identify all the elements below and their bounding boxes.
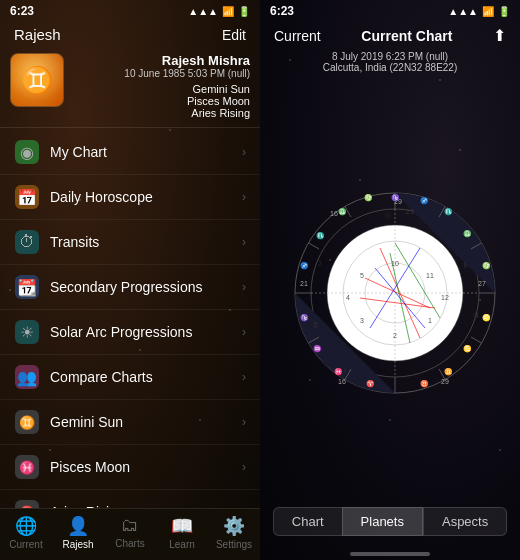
svg-text:♐: ♐ [420, 196, 429, 205]
svg-text:♍: ♍ [364, 193, 373, 202]
profile-signs: Gemini Sun Pisces Moon Aries Rising [72, 83, 250, 119]
solar-arc-label: Solar Arc Progressions [50, 324, 242, 340]
svg-text:29: 29 [406, 207, 415, 216]
clock-icon: ⏱ [19, 233, 35, 251]
chart-icon: ◉ [20, 143, 34, 162]
chevron-icon: › [242, 325, 246, 339]
battery-icon: 🔋 [238, 6, 250, 17]
svg-text:♓: ♓ [334, 367, 343, 376]
svg-text:♎: ♎ [338, 207, 347, 216]
edit-button[interactable]: Edit [222, 27, 246, 43]
gemini-sun-icon: ♊ [14, 409, 40, 435]
svg-line-9 [471, 337, 481, 343]
people-icon: 👥 [17, 368, 37, 387]
icon-bg: ◉ [15, 140, 39, 164]
aries-rising-icon: ♈ [14, 499, 40, 508]
gemini-sun-label: Gemini Sun [50, 414, 242, 430]
svg-text:♉: ♉ [420, 379, 429, 388]
svg-text:♌: ♌ [482, 313, 491, 322]
menu-item-compare-charts[interactable]: 👥 Compare Charts › [0, 355, 260, 400]
menu-item-transits[interactable]: ⏱ Transits › [0, 220, 260, 265]
svg-text:☉: ☉ [384, 211, 391, 220]
my-chart-label: My Chart [50, 144, 242, 160]
svg-line-15 [309, 243, 319, 249]
icon-bg: ⏱ [15, 230, 39, 254]
rajesh-tab-icon: 👤 [67, 515, 89, 537]
daily-horoscope-icon: 📅 [14, 184, 40, 210]
svg-text:♑: ♑ [391, 193, 400, 202]
svg-text:♈: ♈ [366, 379, 375, 388]
tab-rajesh[interactable]: 👤 Rajesh [52, 515, 104, 550]
chevron-icon: › [242, 145, 246, 159]
profile-card: ♊ Rajesh Mishra 10 June 1985 5:03 PM (nu… [0, 47, 260, 125]
learn-tab-icon: 📖 [171, 515, 193, 537]
pisces-icon: ♓ [19, 460, 35, 475]
gemini-symbol: ♊ [21, 65, 53, 96]
svg-text:21: 21 [300, 280, 308, 287]
settings-tab-label: Settings [216, 539, 252, 550]
svg-text:16: 16 [338, 378, 346, 385]
svg-text:♏: ♏ [316, 231, 325, 240]
current-tab-label[interactable]: Current [274, 28, 321, 44]
svg-text:11: 11 [426, 272, 434, 279]
solar-arc-icon: ☀ [14, 319, 40, 345]
gemini-icon: ♊ [19, 415, 35, 430]
signal-icon: ▲▲▲ [188, 6, 218, 17]
left-panel: 6:23 ▲▲▲ 📶 🔋 Rajesh Edit ♊ Rajesh Mishra… [0, 0, 260, 560]
charts-tab-icon: 🗂 [121, 515, 139, 536]
icon-bg: ♊ [15, 410, 39, 434]
icon-bg: 📆 [15, 275, 39, 299]
right-status-icons: ▲▲▲ 📶 🔋 [448, 6, 510, 17]
svg-text:1: 1 [428, 317, 432, 324]
menu-item-gemini-sun[interactable]: ♊ Gemini Sun › [0, 400, 260, 445]
menu-item-aries-rising[interactable]: ♈ Aries Rising › [0, 490, 260, 508]
secondary-progressions-icon: 📆 [14, 274, 40, 300]
left-header: Rajesh Edit [0, 22, 260, 47]
share-icon[interactable]: ⬆ [493, 26, 506, 45]
svg-text:♄: ♄ [462, 261, 469, 270]
right-signal-icon: ▲▲▲ [448, 6, 478, 17]
aspects-button[interactable]: Aspects [423, 507, 507, 536]
svg-text:♊: ♊ [444, 367, 453, 376]
svg-text:♑: ♑ [300, 313, 309, 322]
menu-item-solar-arc-progressions[interactable]: ☀ Solar Arc Progressions › [0, 310, 260, 355]
left-status-bar: 6:23 ▲▲▲ 📶 🔋 [0, 0, 260, 22]
svg-text:29: 29 [441, 378, 449, 385]
menu-item-pisces-moon[interactable]: ♓ Pisces Moon › [0, 445, 260, 490]
menu-item-daily-horoscope[interactable]: 📅 Daily Horoscope › [0, 175, 260, 220]
sun-icon: ☀ [20, 323, 34, 342]
chart-date: 8 July 2019 6:23 PM (null) [260, 51, 520, 62]
svg-text:4: 4 [346, 294, 350, 301]
profile-dob: 10 June 1985 5:03 PM (null) [72, 68, 250, 79]
menu-item-my-chart[interactable]: ◉ My Chart › [0, 130, 260, 175]
tab-current[interactable]: 🌐 Current [0, 515, 52, 550]
chart-location: Calcutta, India (22N32 88E22) [260, 62, 520, 73]
svg-text:3: 3 [360, 317, 364, 324]
daily-horoscope-label: Daily Horoscope [50, 189, 242, 205]
charts-tab-label: Charts [115, 538, 144, 549]
svg-text:♋: ♋ [463, 344, 472, 353]
astrology-wheel-svg: ☉ 29 ♄ ♃ ♂ ♀ ☿ ☽ 29 27 29 16 21 16 10 11… [290, 188, 500, 398]
sign-pisces: Pisces Moon [72, 95, 250, 107]
right-wifi-icon: 📶 [482, 6, 494, 17]
left-status-icons: ▲▲▲ 📶 🔋 [188, 6, 250, 17]
learn-tab-label: Learn [169, 539, 195, 550]
home-bar [350, 552, 430, 556]
chart-wheel: ☉ 29 ♄ ♃ ♂ ♀ ☿ ☽ 29 27 29 16 21 16 10 11… [290, 188, 490, 388]
tab-settings[interactable]: ⚙️ Settings [208, 515, 260, 550]
svg-text:27: 27 [478, 280, 486, 287]
chart-subtitle: 8 July 2019 6:23 PM (null) Calcutta, Ind… [260, 51, 520, 73]
planets-button[interactable]: Planets [342, 507, 423, 536]
chevron-icon: › [242, 415, 246, 429]
svg-text:12: 12 [441, 294, 449, 301]
menu-item-secondary-progressions[interactable]: 📆 Secondary Progressions › [0, 265, 260, 310]
chevron-icon: › [242, 460, 246, 474]
right-panel: 6:23 ▲▲▲ 📶 🔋 Current Current Chart ⬆ 8 J… [260, 0, 520, 560]
tab-learn[interactable]: 📖 Learn [156, 515, 208, 550]
compare-charts-label: Compare Charts [50, 369, 242, 385]
chevron-icon: › [242, 235, 246, 249]
tab-charts[interactable]: 🗂 Charts [104, 515, 156, 550]
chart-button[interactable]: Chart [273, 507, 342, 536]
svg-text:♎: ♎ [463, 229, 472, 238]
user-name: Rajesh [14, 26, 61, 43]
